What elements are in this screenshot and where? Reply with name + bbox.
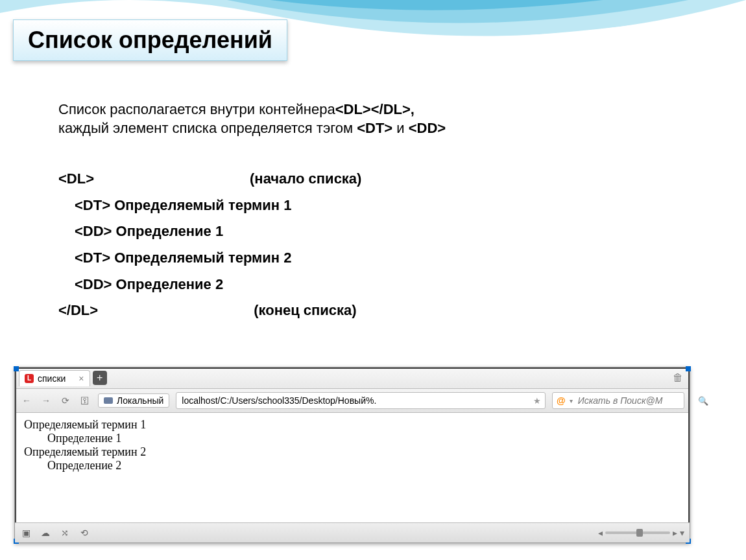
sync-icon[interactable]: ⟲ [78,528,90,538]
slide: Список определений Список располагается … [0,0,746,560]
panel-icon[interactable]: ▣ [20,528,32,538]
code-comment: (конец списка) [254,302,357,318]
browser-viewport: Определяемый термин 1 Определение 1 Опре… [15,413,690,520]
desc-text: каждый элемент списка определяется тэгом [58,120,357,136]
cloud-icon[interactable]: ☁ [40,528,51,538]
desc-text: и [392,120,409,136]
search-icon[interactable]: 🔍 [698,396,708,406]
slider-thumb[interactable] [636,529,643,537]
code-tag: <DT> [75,250,110,266]
code-comment: (начало списка) [250,170,361,187]
title-box: Список определений [13,19,287,61]
code-text: Определение 1 [112,223,223,239]
address-bar[interactable]: ★ [176,392,546,409]
search-bar[interactable]: @ ▾ 🔍 [552,392,684,409]
slide-content: Список располагается внутри контейнера<D… [58,100,694,328]
desc-tag: <DL> [335,101,371,117]
trash-icon[interactable]: 🗑 [673,372,683,384]
code-text: Определяемый термин 1 [110,197,291,213]
code-tag: <DD> [75,223,112,239]
desc-tag: <DT> [357,120,392,136]
new-tab-button[interactable]: + [93,371,107,385]
bookmark-icon[interactable]: ★ [533,396,541,406]
local-button[interactable]: Локальный [98,393,169,408]
local-label: Локальный [117,395,163,406]
definition-term: Определяемый термин 2 [24,445,680,459]
address-input[interactable] [180,395,529,406]
desc-tag: </DL>, [371,101,415,117]
status-bar: ▣ ☁ ⤭ ⟲ ◂ ▸ ▾ [15,522,690,542]
zoom-in-icon[interactable]: ▸ [673,528,677,538]
code-text: Определяемый термин 2 [110,250,291,266]
code-tag: <DD> [75,276,112,292]
key-icon[interactable]: ⚿ [78,395,91,406]
zoom-dropdown-icon[interactable]: ▾ [680,528,684,538]
browser-window: L списки × + 🗑 ← → ⟳ ⚿ Локальный ★ @ ▾ [14,367,690,543]
definition-desc: Определение 1 [47,432,680,445]
slide-title: Список определений [28,27,272,53]
tab-title: списки [38,373,66,384]
code-tag: </DL> [58,302,98,318]
zoom-out-icon[interactable]: ◂ [598,528,603,538]
browser-tab[interactable]: L списки × [19,370,90,386]
desc-tag: <DD> [409,120,446,136]
code-tag: <DL> [58,170,94,187]
back-button[interactable]: ← [20,395,33,406]
code-tag: <DT> [75,197,110,213]
slider-track[interactable] [605,531,670,534]
forward-button[interactable]: → [40,395,53,406]
monitor-icon [104,397,113,404]
zoom-slider[interactable]: ◂ ▸ ▾ [598,528,684,538]
share-icon[interactable]: ⤭ [59,528,71,538]
tab-bar: L списки × + 🗑 [15,368,690,389]
definition-term: Определяемый термин 1 [24,418,680,432]
dropdown-icon[interactable]: ▾ [570,397,573,404]
mailru-icon: @ [557,395,566,406]
nav-bar: ← → ⟳ ⚿ Локальный ★ @ ▾ 🔍 [15,389,690,413]
definition-desc: Определение 2 [47,459,680,472]
opera-icon: L [25,374,34,383]
search-input[interactable] [577,395,694,406]
code-block: <DL>(начало списка) <DT> Определяемый те… [58,170,694,320]
reload-button[interactable]: ⟳ [59,395,72,406]
desc-text: Список располагается внутри контейнера [58,101,335,117]
code-text: Определение 2 [112,276,223,292]
close-icon[interactable]: × [78,373,84,384]
description: Список располагается внутри контейнера<D… [58,100,694,137]
